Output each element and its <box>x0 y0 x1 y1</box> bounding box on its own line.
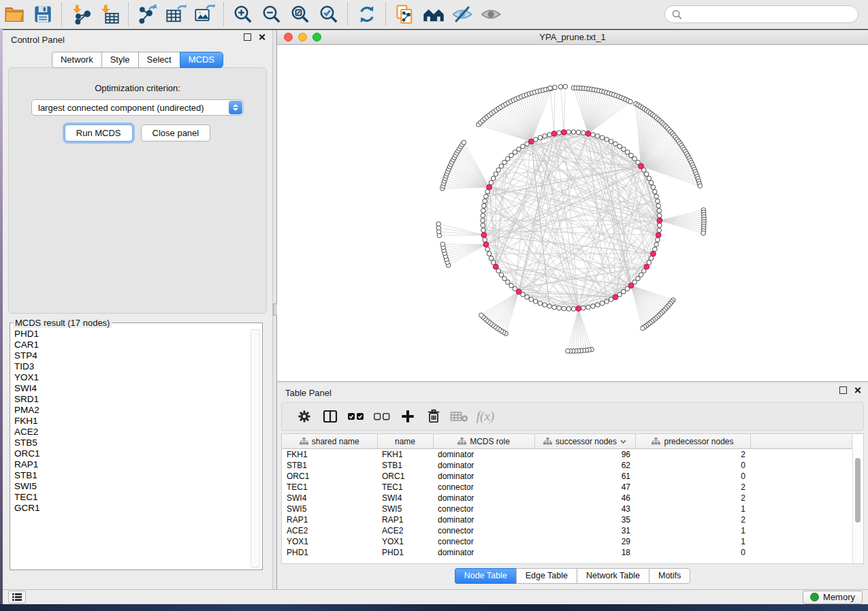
network-node[interactable] <box>647 176 652 181</box>
network-hub-node[interactable] <box>481 232 487 237</box>
tab-mcds[interactable]: MCDS <box>180 52 223 68</box>
column-header-mcds-role[interactable]: MCDS role <box>433 434 534 449</box>
network-hub-node[interactable] <box>483 242 489 247</box>
float-panel-icon[interactable] <box>839 386 847 394</box>
network-node[interactable] <box>566 349 570 354</box>
network-hub-node[interactable] <box>493 264 498 269</box>
network-node[interactable] <box>657 228 662 233</box>
cell-name[interactable]: ACE2 <box>377 525 433 536</box>
network-node[interactable] <box>658 214 662 218</box>
network-node[interactable] <box>481 228 485 233</box>
cell-name[interactable]: YOX1 <box>377 536 433 547</box>
network-hub-node[interactable] <box>576 306 581 312</box>
cell-shared-name[interactable]: RAP1 <box>282 514 377 525</box>
tab-network[interactable]: Network <box>52 52 101 68</box>
network-node[interactable] <box>562 306 566 311</box>
network-node[interactable] <box>698 184 703 188</box>
network-node[interactable] <box>639 273 643 278</box>
network-node[interactable] <box>656 199 660 203</box>
network-node[interactable] <box>557 306 562 310</box>
network-node[interactable] <box>538 135 543 140</box>
network-node[interactable] <box>596 134 600 139</box>
zoom-in-button[interactable] <box>231 3 255 26</box>
mcds-result-item[interactable]: FKH1 <box>14 416 258 427</box>
tab-select[interactable]: Select <box>138 52 180 68</box>
network-node[interactable] <box>609 139 613 144</box>
table-row[interactable]: STB1STB1dominator620 <box>282 460 852 471</box>
network-node[interactable] <box>581 306 586 310</box>
open-session-button[interactable] <box>3 3 26 26</box>
network-node[interactable] <box>485 189 490 194</box>
mcds-result-item[interactable]: SWI5 <box>14 481 258 492</box>
window-close-button[interactable] <box>284 33 293 42</box>
network-node[interactable] <box>701 231 706 235</box>
network-node[interactable] <box>605 137 609 142</box>
network-node[interactable] <box>558 84 563 89</box>
network-node[interactable] <box>494 172 498 177</box>
network-node[interactable] <box>525 295 530 299</box>
network-node[interactable] <box>483 199 487 203</box>
network-node[interactable] <box>485 247 490 252</box>
network-node[interactable] <box>481 214 485 218</box>
show-panels-button[interactable] <box>8 591 26 604</box>
network-node[interactable] <box>547 133 552 137</box>
network-node[interactable] <box>479 313 484 318</box>
network-node[interactable] <box>483 237 487 242</box>
cell-predecessor-nodes[interactable]: 1 <box>635 525 750 536</box>
network-node[interactable] <box>653 189 658 194</box>
table-row[interactable]: RAP1RAP1dominator352 <box>282 514 852 525</box>
toggle-columns-button[interactable] <box>317 406 343 427</box>
column-header-predecessor-nodes[interactable]: predecessor nodes <box>635 434 750 449</box>
network-node[interactable] <box>436 222 441 227</box>
network-hub-node[interactable] <box>656 232 661 237</box>
table-scrollbar[interactable] <box>852 448 863 563</box>
table-row[interactable]: TEC1TEC1connector472 <box>282 482 852 493</box>
cell-name[interactable]: FKH1 <box>377 449 433 461</box>
network-node[interactable] <box>491 176 496 181</box>
cell-mcds-role[interactable]: connector <box>433 503 534 514</box>
vertical-splitter[interactable] <box>272 30 277 589</box>
cell-predecessor-nodes[interactable]: 2 <box>635 493 750 503</box>
mcds-result-item[interactable]: RAP1 <box>14 459 258 470</box>
cell-predecessor-nodes[interactable]: 2 <box>635 482 750 493</box>
cell-name[interactable]: RAP1 <box>377 514 433 525</box>
network-node[interactable] <box>591 133 596 137</box>
network-node[interactable] <box>600 135 605 140</box>
cell-shared-name[interactable]: ACE2 <box>282 525 377 536</box>
network-node[interactable] <box>586 305 591 310</box>
network-node[interactable] <box>481 203 486 208</box>
table-row[interactable]: FKH1FKH1dominator962 <box>282 449 852 461</box>
deselect-all-button[interactable] <box>369 406 395 427</box>
delete-column-button[interactable] <box>421 406 447 427</box>
import-network-button[interactable] <box>69 3 93 26</box>
network-node[interactable] <box>481 208 485 213</box>
column-header-successor-nodes[interactable]: successor nodes <box>534 434 635 449</box>
cell-predecessor-nodes[interactable]: 2 <box>635 449 750 461</box>
network-hub-node[interactable] <box>516 289 521 295</box>
network-node[interactable] <box>487 252 492 257</box>
network-node[interactable] <box>625 150 630 154</box>
search-input[interactable] <box>686 9 851 20</box>
cell-shared-name[interactable]: SWI5 <box>282 503 377 514</box>
network-node[interactable] <box>636 276 641 281</box>
network-node[interactable] <box>506 280 511 284</box>
network-hub-node[interactable] <box>628 283 634 288</box>
network-node[interactable] <box>596 303 600 308</box>
table-row[interactable]: SWI4SWI4dominator462 <box>282 493 852 503</box>
mcds-result-item[interactable]: STB5 <box>14 437 258 448</box>
network-canvas[interactable] <box>277 45 868 382</box>
cell-mcds-role[interactable]: dominator <box>433 514 534 525</box>
cell-successor-nodes[interactable]: 35 <box>534 514 635 525</box>
network-node[interactable] <box>552 305 557 310</box>
cell-name[interactable]: ORC1 <box>377 471 433 482</box>
cell-successor-nodes[interactable]: 18 <box>534 547 635 558</box>
criterion-select[interactable]: largest connected component (undirected) <box>31 99 244 116</box>
network-node[interactable] <box>653 247 658 252</box>
export-table-button[interactable] <box>165 3 188 26</box>
tab-motifs[interactable]: Motifs <box>649 568 690 584</box>
network-node[interactable] <box>489 256 494 261</box>
network-node[interactable] <box>628 99 633 104</box>
zoom-out-button[interactable] <box>260 3 283 26</box>
network-node[interactable] <box>656 203 661 208</box>
network-node[interactable] <box>571 130 576 135</box>
